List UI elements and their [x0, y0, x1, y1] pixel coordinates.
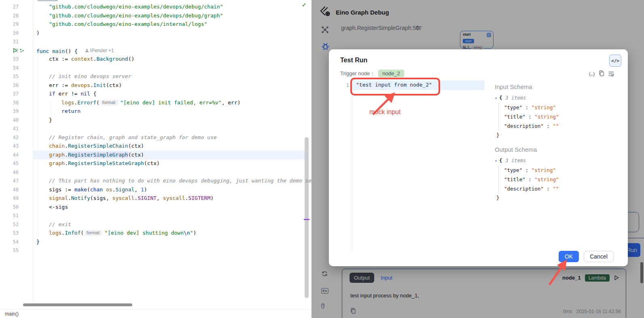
- code-line: 38logs.Errorf(format:"[eino dev] init fa…: [0, 98, 311, 107]
- editor-vertical-scrollbar[interactable]: [305, 137, 309, 298]
- line-number: 1: [343, 82, 349, 88]
- code-text: // This part has nothing to do with eino…: [49, 176, 312, 185]
- line-number: 49: [0, 194, 19, 203]
- code-line: 42// Register chain, graph and state_gra…: [0, 133, 311, 142]
- editor-gutter-line: [352, 80, 352, 252]
- code-line: 46: [0, 168, 311, 177]
- code-text: graph.RegisterSimpleStateGraph(ctx): [49, 159, 160, 168]
- code-line: 50<-sigs: [0, 203, 311, 212]
- schema-entry: "title" : "string": [504, 175, 616, 184]
- trigger-node-label: Trigger node：: [340, 70, 375, 77]
- code-line: 33ctx := context.Background(): [0, 55, 311, 64]
- line-number: 35: [0, 72, 19, 81]
- code-line: 47// This part has nothing to do with ei…: [0, 176, 311, 185]
- line-number: 55: [0, 246, 19, 255]
- code-text: graph.RegisterSimpleGraph(ctx): [49, 151, 144, 159]
- tab-sliver: [38, 0, 58, 1]
- code-line: 41: [0, 124, 311, 133]
- line-number: 40: [0, 116, 19, 125]
- line-number: 39: [0, 107, 19, 116]
- dialog-title: Test Run: [340, 57, 367, 64]
- code-text: "github.com/cloudwego/eino-examples/devo…: [49, 2, 223, 11]
- line-number: 45: [0, 159, 19, 168]
- line-number: 50: [0, 203, 19, 212]
- code-line: 51: [0, 211, 311, 220]
- line-number: 47: [0, 176, 19, 185]
- copy-icon[interactable]: [599, 70, 604, 78]
- code-text: }: [36, 237, 40, 246]
- author-inlay[interactable]: IPender +1: [85, 46, 114, 55]
- code-line: 36err := devops.Init(ctx): [0, 81, 311, 90]
- code-line: 28"github.com/cloudwego/eino-examples/de…: [0, 11, 311, 20]
- inspections-ok-icon[interactable]: ✓: [302, 2, 307, 8]
- code-line: 44graph.RegisterSimpleGraph(ctx): [0, 151, 311, 159]
- line-number: 43: [0, 142, 19, 151]
- code-text: <-sigs: [49, 203, 68, 212]
- code-text: // exit: [49, 220, 71, 229]
- code-mode-button[interactable]: </>: [609, 55, 621, 67]
- line-number: 54: [0, 237, 19, 246]
- schema-entry: "type" : "string": [504, 103, 616, 112]
- collapse-toggle-icon[interactable]: ▾: [495, 159, 497, 163]
- tree-root[interactable]: ▾{3 items: [495, 93, 616, 103]
- line-number: 52: [0, 220, 19, 229]
- tree-close-brace: }: [496, 131, 616, 140]
- line-number: 46: [0, 168, 19, 177]
- code-text: // init eino devops server: [49, 72, 131, 81]
- code-line: 45graph.RegisterSimpleStateGraph(ctx): [0, 159, 311, 168]
- line-number: 36: [0, 81, 19, 90]
- code-line: 32func main() { IPender +1: [0, 46, 311, 55]
- code-line: 48sigs := make(chan os.Signal, 1): [0, 185, 311, 194]
- trigger-node-badge: node_2: [378, 70, 404, 77]
- code-line: 31: [0, 37, 311, 46]
- code-text: "github.com/cloudwego/eino-examples/inte…: [49, 20, 207, 29]
- tree-close-brace: }: [496, 193, 616, 202]
- line-number: 37: [0, 89, 19, 98]
- code-line: 49signal.Notify(sigs, syscall.SIGINT, sy…: [0, 194, 311, 203]
- line-number: 51: [0, 211, 19, 220]
- code-line: 35// init eino devops server: [0, 72, 311, 81]
- code-line: 43chain.RegisterSimpleChain(ctx): [0, 142, 311, 151]
- screen: 27"github.com/cloudwego/eino-examples/de…: [0, 0, 644, 318]
- collapse-toggle-icon[interactable]: ▾: [495, 96, 497, 100]
- schema-column: Input Schema ▾{3 items"type" : "string""…: [495, 83, 616, 202]
- code-text: ): [36, 29, 40, 38]
- output-schema-tree[interactable]: ▾{3 items"type" : "string""title" : "str…: [495, 156, 616, 202]
- cancel-button[interactable]: Cancel: [584, 251, 614, 262]
- code-text: // Register chain, graph and state_graph…: [49, 133, 217, 142]
- parameter-hint: format:: [100, 100, 118, 106]
- schema-entry: "title" : "string": [504, 112, 616, 121]
- code-line: 27"github.com/cloudwego/eino-examples/de…: [0, 2, 311, 11]
- breadcrumb[interactable]: main(): [0, 309, 311, 318]
- code-text: sigs := make(chan os.Signal, 1): [49, 185, 147, 194]
- code-line: 40}: [0, 116, 311, 125]
- line-number: 31: [0, 37, 19, 46]
- json-format-icon[interactable]: {…}: [588, 72, 595, 77]
- input-schema-tree[interactable]: ▾{3 items"type" : "string""title" : "str…: [495, 93, 616, 140]
- line-number: 41: [0, 124, 19, 133]
- tree-root[interactable]: ▾{3 items: [495, 156, 616, 165]
- run-main-icon[interactable]: [13, 48, 25, 53]
- code-line: 30): [0, 29, 311, 38]
- input-schema-title: Input Schema: [495, 83, 616, 90]
- line-number: 42: [0, 133, 19, 142]
- code-line: 54}: [0, 237, 311, 246]
- schema-entry: "description" : "": [504, 121, 616, 131]
- line-number: 44: [0, 151, 19, 159]
- line-number: 30: [0, 29, 19, 38]
- code-text: err := devops.Init(ctx): [49, 81, 122, 90]
- schema-entry: "type" : "string": [504, 165, 616, 175]
- editor-horizontal-scrollbar[interactable]: [23, 303, 132, 306]
- line-number: 29: [0, 20, 19, 29]
- word-wrap-icon[interactable]: [608, 71, 614, 78]
- code-line: 34: [0, 64, 311, 72]
- code-text: ctx := context.Background(): [49, 55, 134, 64]
- parameter-hint: format:: [85, 230, 102, 236]
- code-text: if err != nil {: [49, 89, 96, 98]
- code-text: chain.RegisterSimpleChain(ctx): [49, 142, 144, 151]
- code-editor[interactable]: 27"github.com/cloudwego/eino-examples/de…: [0, 0, 312, 318]
- code-line: 55: [0, 246, 311, 255]
- code-line: 39return: [0, 107, 311, 116]
- annotation-arrow: [367, 91, 404, 119]
- ok-annotation-arrow: [545, 258, 574, 288]
